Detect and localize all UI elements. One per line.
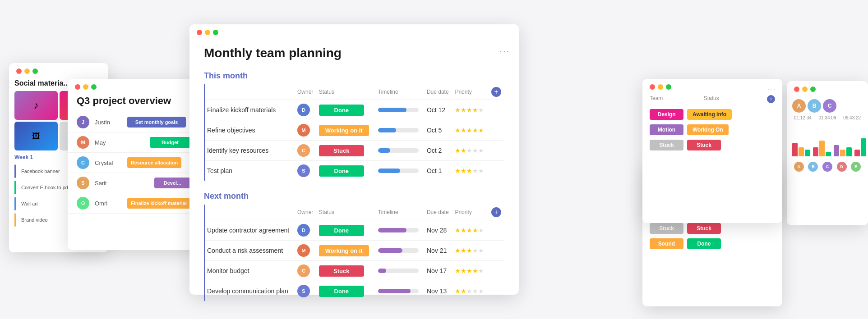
dot-red[interactable]: [16, 68, 22, 74]
task-timeline-3: [376, 141, 425, 161]
bar-seg-4-2: [861, 138, 866, 156]
bar-seg-1-2: [799, 147, 804, 156]
table-row: Identify key resources C Stuck Oct 2 ★★★…: [205, 141, 504, 161]
q3-person-2: May: [95, 139, 122, 146]
week-item-label-1: Facebook banner: [21, 169, 60, 174]
dot-green[interactable]: [32, 68, 38, 74]
bar-group-1: [792, 143, 810, 156]
bar-group-4: [854, 138, 866, 156]
q3-dot-red[interactable]: [75, 84, 80, 90]
task-name-5: Update contractor agreement: [205, 220, 295, 241]
task-status-3: Stuck: [317, 141, 376, 161]
task-duedate-6: Nov 21: [425, 241, 453, 261]
team1-badge-stuck: Stuck: [650, 140, 683, 150]
chart-time-2: 01:34:09: [817, 115, 838, 120]
next-month-header: Next month: [204, 191, 504, 201]
bar-seg-1-1: [792, 143, 798, 156]
team2-badge-stuck-status2: Stuck: [687, 223, 721, 234]
q3-dot-yellow[interactable]: [83, 84, 88, 90]
bar-seg-2-1: [813, 147, 818, 156]
task-status-8: Done: [317, 281, 376, 301]
q3-bar-3: Resource allocation: [127, 157, 181, 168]
q3-person-5: Omri: [95, 200, 122, 207]
table-row: Refine objectives M Working on it Oct 5 …: [205, 120, 504, 141]
q3-dot-green[interactable]: [91, 84, 97, 90]
chart-avatar-3: C: [823, 99, 836, 113]
col-duedate: Due date: [425, 84, 453, 100]
task-duedate-1: Oct 12: [425, 100, 453, 120]
task-owner-5: D: [295, 220, 317, 241]
team1-dot-yellow[interactable]: [658, 84, 663, 90]
chart-dot-green[interactable]: [810, 87, 816, 92]
task-priority-6: ★★★★★: [453, 241, 489, 261]
chart-time-3: 06:43:22: [841, 115, 863, 120]
main-dot-green[interactable]: [213, 30, 218, 35]
team1-row-1: Design Awaiting info: [642, 107, 782, 122]
q3-bar-2: Budget: [150, 137, 190, 148]
bar-seg-1-3: [805, 150, 810, 156]
task-owner-6: M: [295, 241, 317, 261]
chart-dots: [787, 81, 868, 96]
task-timeline-1: [376, 100, 425, 120]
bar-seg-4-1: [854, 150, 860, 156]
chart-dot-yellow[interactable]: [802, 87, 808, 92]
week-item-label-3: Wall art: [21, 201, 38, 206]
main-window-dots: [189, 24, 519, 39]
team1-badge-design: Design: [650, 109, 683, 120]
task-priority-7: ★★★★★: [453, 261, 489, 281]
bar-group-2: [813, 141, 831, 156]
social-window-dots: [9, 63, 108, 77]
q3-avatar-3: C: [77, 156, 89, 169]
col-timeline-2: Timeline: [376, 205, 425, 220]
task-priority-1: ★★★★★: [453, 100, 489, 120]
bar-seg-2-3: [826, 152, 831, 156]
main-title: Monthly team planning: [204, 46, 504, 60]
task-timeline-2: [376, 120, 425, 141]
add-next-month-btn[interactable]: +: [491, 207, 501, 217]
team1-team-header: Team: [650, 95, 663, 103]
chart-time-row: 01:12:34 01:34:09 06:43:22: [787, 114, 868, 124]
q3-bar-5: Finalize kickoff material: [127, 198, 190, 209]
team1-add-btn[interactable]: +: [767, 95, 775, 103]
thumb-1: ♪: [14, 91, 58, 120]
week-item-label-4: Brand video: [21, 217, 48, 223]
task-timeline-7: [376, 261, 425, 281]
team1-dots: [642, 79, 782, 93]
main-more-dots[interactable]: ···: [499, 46, 510, 56]
chart-bottom-avatars: A B C D E: [787, 160, 868, 173]
table-row: Conduct a risk assessment M Working on i…: [205, 241, 504, 261]
add-this-month-btn[interactable]: +: [491, 87, 501, 97]
main-dot-yellow[interactable]: [205, 30, 210, 35]
thumb-3: 🖼: [14, 122, 58, 150]
next-month-table-wrap: Owner Status Timeline Due date Priority …: [204, 205, 504, 301]
q3-avatar-5: O: [77, 197, 89, 210]
this-month-table: Owner Status Timeline Due date Priority …: [205, 84, 504, 181]
team1-badge-working: Working On: [687, 124, 729, 135]
q3-person-3: Crystal: [95, 160, 122, 166]
main-dot-red[interactable]: [197, 30, 202, 35]
chart-dot-red[interactable]: [794, 87, 799, 92]
team2-badge-sound: Sound: [650, 238, 683, 249]
q3-avatar-4: S: [77, 177, 89, 189]
team1-dot-green[interactable]: [666, 84, 671, 90]
chart-avatar-2: B: [808, 99, 821, 113]
team1-badge-awaiting: Awaiting info: [687, 109, 732, 120]
task-duedate-5: Nov 28: [425, 220, 453, 241]
chart-window: A B C 01:12:34 01:34:09 06:43:22: [787, 81, 868, 225]
task-priority-2: ★★★★★: [453, 120, 489, 141]
team1-more-dots[interactable]: ···: [767, 85, 776, 93]
team1-dot-red[interactable]: [650, 84, 655, 90]
team1-row-2: Motion Working On: [642, 122, 782, 137]
bottom-avatar-1: A: [794, 162, 804, 172]
chart-bars: [787, 124, 868, 160]
col-duedate-2: Due date: [425, 205, 453, 220]
dot-yellow[interactable]: [24, 68, 30, 74]
col-owner: Owner: [295, 84, 317, 100]
task-priority-3: ★★★★★: [453, 141, 489, 161]
task-name-8: Develop communication plan: [205, 281, 295, 301]
bar-seg-3-2: [840, 150, 845, 156]
team2-badge-done: Done: [687, 238, 721, 249]
task-name-7: Monitor budget: [205, 261, 295, 281]
task-owner-1: D: [295, 100, 317, 120]
next-month-table: Owner Status Timeline Due date Priority …: [205, 205, 504, 301]
